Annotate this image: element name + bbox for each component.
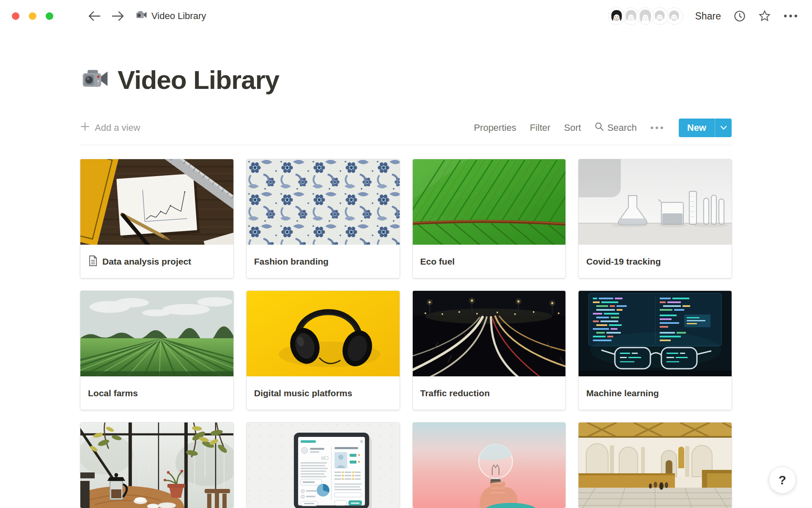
help-button[interactable]: ? [769, 467, 796, 494]
card-image-church-interior [579, 422, 732, 508]
sidebar-menu-icon[interactable] [64, 11, 77, 21]
card-local-farms[interactable]: Local farms [80, 291, 233, 410]
card-untitled-greenhouse[interactable] [80, 422, 233, 508]
sort-button[interactable]: Sort [564, 122, 581, 133]
expand-window-button[interactable] [46, 12, 53, 20]
card-image-headphones [247, 291, 400, 376]
card-image-code-glasses [579, 291, 732, 376]
search-button[interactable]: Search [595, 122, 637, 134]
gallery-grid: Data analysis project [80, 159, 732, 508]
new-chevron-down-icon[interactable] [715, 119, 732, 137]
card-title: Machine learning [586, 388, 659, 398]
card-title: Digital music platforms [254, 388, 352, 398]
share-button[interactable]: Share [695, 11, 721, 22]
page-title: Video Library [80, 64, 732, 95]
card-title: Covid-19 tracking [586, 257, 661, 267]
window-titlebar: Video Library Share ••• [0, 0, 812, 32]
view-more-icon[interactable]: ••• [650, 123, 665, 133]
card-covid-19-tracking[interactable]: Covid-19 tracking [579, 159, 732, 278]
card-image-hand-lightbulb [413, 422, 566, 508]
window-controls [12, 12, 53, 20]
card-image-desk-chart [80, 159, 233, 245]
more-options-icon[interactable]: ••• [784, 11, 799, 21]
new-button[interactable]: New [679, 119, 732, 137]
card-image-greenhouse-cafe [80, 422, 233, 508]
page-title-text: Video Library [118, 65, 279, 95]
close-window-button[interactable] [12, 12, 19, 20]
card-image-floral-pattern [247, 159, 400, 245]
card-image-lab-glassware [579, 159, 732, 245]
card-image-highway-night [413, 291, 566, 376]
favorite-star-icon[interactable] [758, 10, 771, 22]
forward-arrow-icon[interactable] [112, 11, 124, 22]
card-title: Eco fuel [420, 257, 455, 267]
plus-icon [80, 122, 90, 134]
card-traffic-reduction[interactable]: Traffic reduction [413, 291, 566, 410]
minimize-window-button[interactable] [29, 12, 36, 20]
collaborator-avatars [608, 7, 683, 25]
card-eco-fuel[interactable]: Eco fuel [413, 159, 566, 278]
filter-button[interactable]: Filter [530, 122, 551, 133]
card-title: Fashion branding [254, 257, 329, 267]
new-button-label[interactable]: New [679, 119, 715, 137]
card-image-tablet-dashboard [247, 422, 400, 508]
page-icon [88, 255, 98, 268]
view-toolbar: Add a view Properties Filter Sort Search… [80, 119, 732, 145]
card-title: Local farms [88, 388, 138, 398]
search-icon [595, 122, 604, 134]
card-untitled-tablet-dashboard[interactable] [247, 422, 400, 508]
doc-title-text: Video Library [151, 11, 206, 22]
camcorder-icon [135, 9, 147, 23]
card-data-analysis-project[interactable]: Data analysis project [80, 159, 233, 278]
camcorder-icon [80, 64, 109, 95]
card-image-farm-field [80, 291, 233, 376]
card-image-leaf-macro [413, 159, 566, 245]
card-fashion-branding[interactable]: Fashion branding [247, 159, 400, 278]
properties-button[interactable]: Properties [474, 122, 516, 133]
add-view-button[interactable]: Add a view [80, 122, 140, 134]
back-arrow-icon[interactable] [88, 11, 101, 22]
updates-clock-icon[interactable] [734, 10, 746, 22]
card-title: Traffic reduction [420, 388, 490, 398]
card-untitled-lightbulb[interactable] [413, 422, 566, 508]
card-machine-learning[interactable]: Machine learning [579, 291, 732, 410]
card-digital-music-platforms[interactable]: Digital music platforms [247, 291, 400, 410]
card-untitled-church-interior[interactable] [579, 422, 732, 508]
avatar[interactable] [608, 7, 625, 25]
card-title: Data analysis project [102, 257, 191, 267]
breadcrumb-doc-title[interactable]: Video Library [135, 9, 206, 23]
